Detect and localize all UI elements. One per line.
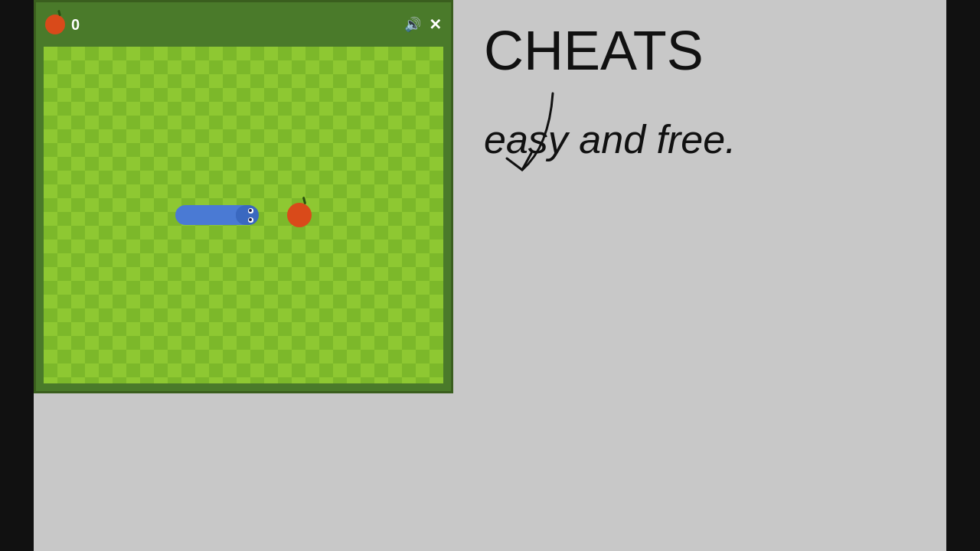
snake-eye-bottom — [248, 217, 253, 223]
score-area: 0 — [45, 15, 80, 34]
checkerboard — [44, 47, 443, 383]
snake-body — [175, 205, 256, 225]
cheats-label: CHEATS — [484, 23, 931, 78]
game-area — [44, 47, 443, 383]
main-content: 0 🔊 ✕ — [34, 0, 946, 551]
sound-button[interactable]: 🔊 — [404, 16, 421, 33]
close-button[interactable]: ✕ — [429, 15, 442, 34]
black-bar-left — [0, 0, 34, 551]
snake-eyes — [248, 208, 253, 223]
black-bar-right — [946, 0, 980, 551]
score-display: 0 — [71, 16, 80, 34]
easy-free-label: easy and free. — [484, 116, 737, 162]
game-titlebar: 0 🔊 ✕ — [36, 2, 451, 47]
apple-score-icon — [45, 15, 65, 34]
game-window: 0 🔊 ✕ — [34, 0, 453, 393]
game-apple — [287, 203, 312, 227]
titlebar-controls: 🔊 ✕ — [404, 15, 442, 34]
snake-head — [236, 205, 259, 225]
snake-eye-top — [248, 208, 253, 214]
right-panel: CHEATS easy and free. — [453, 0, 946, 208]
